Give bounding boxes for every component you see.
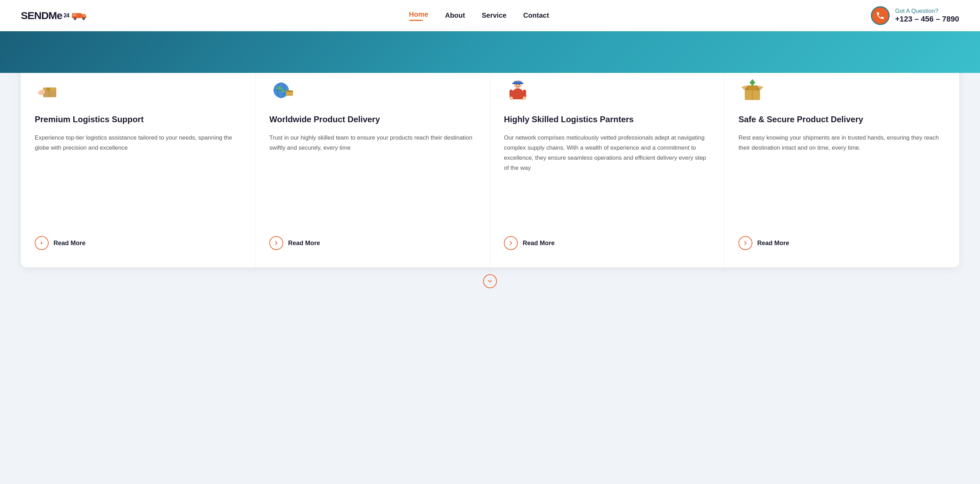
nav-service[interactable]: Service bbox=[482, 11, 506, 19]
box-hand-icon bbox=[36, 78, 61, 103]
card-desc-4: Rest easy knowing your shipments are in … bbox=[738, 133, 945, 224]
nav-home[interactable]: Home bbox=[409, 10, 428, 21]
svg-rect-25 bbox=[512, 83, 523, 84]
delivery-person-icon bbox=[505, 78, 530, 103]
card-title-3: Highly Skilled Logistics Parnters bbox=[504, 114, 710, 125]
svg-rect-10 bbox=[49, 87, 50, 97]
read-more-4[interactable]: Read More bbox=[738, 236, 945, 250]
chevron-right-icon-2 bbox=[273, 240, 279, 246]
card-desc-2: Trust in our highly skilled team to ensu… bbox=[269, 133, 476, 224]
read-more-circle-4 bbox=[738, 236, 752, 250]
card-premium-logistics: Premium Logistics Support Experience top… bbox=[21, 59, 255, 267]
svg-point-6 bbox=[83, 18, 84, 19]
secure-box-icon bbox=[740, 78, 765, 103]
chevron-right-icon-1 bbox=[38, 240, 45, 246]
globe-box-icon bbox=[271, 78, 296, 103]
scroll-down-circle[interactable] bbox=[483, 274, 497, 288]
read-more-circle-1 bbox=[35, 236, 49, 250]
svg-point-30 bbox=[516, 84, 517, 86]
chevron-down-icon bbox=[487, 278, 493, 284]
card-secure-delivery: Safe & Secure Product Delivery Rest easy… bbox=[725, 59, 959, 267]
read-more-2[interactable]: Read More bbox=[269, 236, 476, 250]
cards-container: Premium Logistics Support Experience top… bbox=[21, 59, 959, 267]
got-question-label: Got A Question? bbox=[895, 8, 959, 14]
svg-point-31 bbox=[519, 84, 520, 86]
svg-point-4 bbox=[74, 18, 76, 19]
read-more-circle-2 bbox=[269, 236, 283, 250]
contact-info: Got A Question? +123 – 456 – 7890 bbox=[895, 8, 959, 24]
logo-superscript: 24 bbox=[64, 13, 69, 19]
logo[interactable]: SENDMe24 bbox=[21, 10, 87, 22]
svg-rect-22 bbox=[288, 90, 291, 92]
svg-rect-35 bbox=[752, 90, 753, 100]
card-icon-worldwide bbox=[269, 76, 297, 104]
cards-section: Premium Logistics Support Experience top… bbox=[0, 59, 980, 313]
card-icon-premium bbox=[35, 76, 62, 104]
nav-about[interactable]: About bbox=[445, 11, 465, 19]
chevron-right-icon-4 bbox=[742, 240, 749, 246]
svg-point-18 bbox=[276, 86, 282, 90]
read-more-label-3: Read More bbox=[523, 240, 555, 247]
read-more-1[interactable]: Read More bbox=[35, 236, 241, 250]
phone-number: +123 – 456 – 7890 bbox=[895, 14, 959, 24]
svg-point-29 bbox=[523, 97, 526, 100]
hero-band bbox=[0, 31, 980, 73]
card-skilled-partners: Highly Skilled Logistics Parnters Our ne… bbox=[490, 59, 725, 267]
card-title-4: Safe & Secure Product Delivery bbox=[738, 114, 945, 125]
read-more-3[interactable]: Read More bbox=[504, 236, 710, 250]
logo-truck-icon bbox=[72, 10, 87, 21]
nav-contact[interactable]: Contact bbox=[523, 11, 549, 19]
read-more-circle-3 bbox=[504, 236, 518, 250]
card-icon-partners bbox=[504, 76, 532, 104]
card-title-1: Premium Logistics Support bbox=[35, 114, 241, 125]
card-desc-1: Experience top-tier logistics assistance… bbox=[35, 133, 241, 224]
read-more-label-1: Read More bbox=[54, 240, 86, 247]
chevron-right-icon-3 bbox=[508, 240, 514, 246]
svg-rect-1 bbox=[72, 14, 76, 16]
card-worldwide-delivery: Worldwide Product Delivery Trust in our … bbox=[255, 59, 490, 267]
svg-point-28 bbox=[509, 97, 513, 100]
bottom-hint bbox=[21, 267, 959, 292]
main-nav: Home About Service Contact bbox=[409, 10, 549, 21]
read-more-label-4: Read More bbox=[757, 240, 789, 247]
logo-text: SENDMe bbox=[21, 10, 62, 22]
svg-marker-34 bbox=[752, 79, 755, 83]
svg-point-19 bbox=[281, 90, 285, 92]
read-more-label-2: Read More bbox=[288, 240, 320, 247]
phone-icon-circle[interactable] bbox=[871, 6, 889, 25]
header-contact: Got A Question? +123 – 456 – 7890 bbox=[871, 6, 959, 25]
card-icon-secure bbox=[738, 76, 766, 104]
svg-rect-2 bbox=[83, 14, 85, 17]
card-title-2: Worldwide Product Delivery bbox=[269, 114, 476, 125]
phone-icon bbox=[876, 11, 885, 20]
card-desc-3: Our network comprises meticulously vette… bbox=[504, 133, 710, 224]
header: SENDMe24 Home About Service Contact Got … bbox=[0, 0, 980, 31]
